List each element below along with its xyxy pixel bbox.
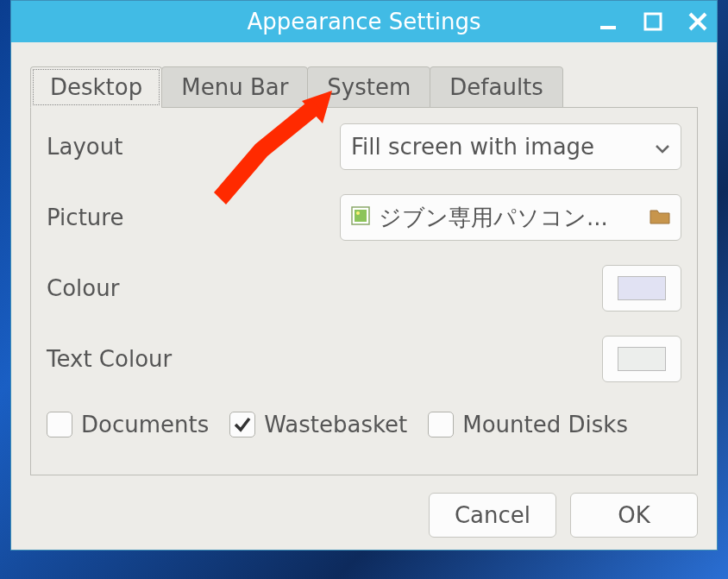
cancel-button[interactable]: Cancel <box>429 493 556 538</box>
picture-row: Picture ジブン専用パソコン... <box>47 194 681 241</box>
layout-select-value: Fill screen with image <box>351 134 594 160</box>
documents-label: Documents <box>81 412 209 437</box>
window-controls <box>596 1 710 42</box>
checkbox-checked-icon <box>229 412 255 437</box>
titlebar: Appearance Settings <box>11 1 717 42</box>
window-title: Appearance Settings <box>247 9 480 35</box>
chevron-down-icon <box>655 134 670 160</box>
colour-swatch <box>618 276 666 300</box>
wastebasket-label: Wastebasket <box>264 412 407 437</box>
ok-button[interactable]: OK <box>570 493 698 538</box>
dialog-footer: Cancel OK <box>11 484 717 550</box>
colour-label: Colour <box>47 275 323 301</box>
documents-checkbox[interactable]: Documents <box>47 412 209 437</box>
maximize-button[interactable] <box>641 9 665 34</box>
layout-label: Layout <box>47 134 323 160</box>
tab-defaults[interactable]: Defaults <box>430 66 563 108</box>
checkbox-icon <box>428 412 454 437</box>
mounted-disks-label: Mounted Disks <box>462 412 628 437</box>
content-area: Desktop Menu Bar System Defaults Layout … <box>11 42 717 484</box>
layout-select[interactable]: Fill screen with image <box>340 123 681 170</box>
text-colour-swatch <box>618 347 666 371</box>
tab-panel-desktop: Layout Fill screen with image Picture ジブ… <box>30 107 698 475</box>
text-colour-row: Text Colour <box>47 336 681 382</box>
settings-window: Appearance Settings Desktop Menu Bar Sys… <box>10 0 718 551</box>
tab-strip: Desktop Menu Bar System Defaults <box>30 66 698 108</box>
checkbox-icon <box>47 412 72 437</box>
image-icon <box>351 205 370 230</box>
mounted-disks-checkbox[interactable]: Mounted Disks <box>428 412 628 437</box>
picture-chooser[interactable]: ジブン専用パソコン... <box>340 194 681 241</box>
picture-label: Picture <box>47 205 323 230</box>
tab-menu-bar[interactable]: Menu Bar <box>161 66 308 108</box>
text-colour-picker[interactable] <box>602 336 681 382</box>
colour-row: Colour <box>47 265 681 312</box>
wastebasket-checkbox[interactable]: Wastebasket <box>229 412 407 437</box>
close-button[interactable] <box>686 9 710 34</box>
picture-filename: ジブン専用パソコン... <box>379 203 608 233</box>
folder-icon <box>650 205 670 230</box>
tab-system[interactable]: System <box>307 66 430 108</box>
svg-point-6 <box>356 211 360 215</box>
text-colour-label: Text Colour <box>47 346 323 372</box>
layout-row: Layout Fill screen with image <box>47 123 681 170</box>
minimize-button[interactable] <box>596 9 620 34</box>
tab-desktop[interactable]: Desktop <box>30 66 162 108</box>
colour-picker[interactable] <box>602 265 681 312</box>
svg-rect-5 <box>355 210 367 222</box>
desktop-icons-checks: Documents Wastebasket Mounted Disks <box>47 412 681 437</box>
svg-rect-1 <box>645 14 661 29</box>
